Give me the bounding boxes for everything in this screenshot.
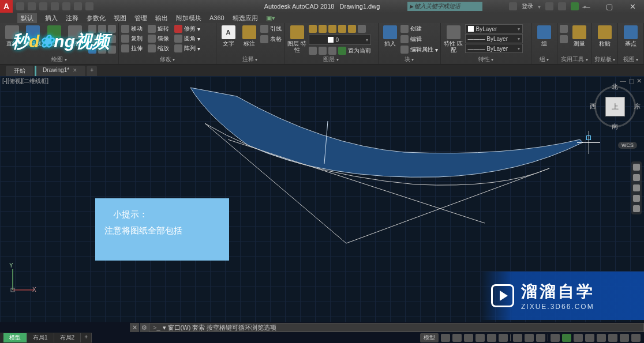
tab-addins[interactable]: 附加模块 — [176, 14, 201, 22]
nav-orbit-icon[interactable] — [633, 195, 640, 202]
text-button[interactable]: A文字 — [219, 24, 238, 54]
viewcube[interactable]: 上 北 南 东 西 — [592, 84, 638, 130]
panel-clipboard: 粘贴 剪贴板 — [592, 23, 618, 64]
compass-s[interactable]: 南 — [612, 122, 618, 131]
tab-manage[interactable]: 管理 — [134, 14, 147, 22]
status-model-toggle[interactable]: 模型 — [420, 333, 439, 342]
tab-featured[interactable]: 精选应用 — [233, 14, 258, 22]
close-button[interactable]: ✕ — [621, 0, 644, 13]
qat-saveas-icon[interactable] — [51, 2, 59, 10]
maximize-button[interactable]: ▢ — [598, 0, 621, 13]
tab-drawing1[interactable]: Drawing1*✕ — [35, 66, 85, 76]
insert-block-button[interactable]: 插入 — [381, 24, 399, 54]
compass-w[interactable]: 西 — [590, 102, 596, 111]
tab-start[interactable]: 开始 — [6, 66, 33, 76]
tab-a360[interactable]: A360 — [209, 14, 224, 21]
qat-save-icon[interactable] — [39, 2, 47, 10]
tab-output[interactable]: 输出 — [155, 14, 168, 22]
tab-insert[interactable]: 插入 — [45, 14, 58, 22]
qat-open-icon[interactable] — [28, 2, 36, 10]
leader-button[interactable]: 引线 — [260, 24, 282, 33]
status-hardware-icon[interactable] — [608, 334, 617, 342]
status-cycling-icon[interactable] — [536, 334, 545, 342]
panel-label-util[interactable]: 实用工具 — [557, 55, 591, 63]
group-button[interactable]: 组 — [534, 24, 555, 54]
panel-block: 插入 创建 编辑 编辑属性 ▾ 块 — [379, 23, 441, 64]
qat-redo-icon[interactable] — [85, 2, 93, 10]
cmd-close-icon[interactable]: ✕ — [130, 323, 139, 332]
linetype-combo[interactable]: ——— ByLayer — [465, 44, 523, 53]
panel-label-group[interactable]: 组 — [531, 55, 557, 63]
qat-new-icon[interactable] — [16, 2, 24, 10]
tab-view[interactable]: 视图 — [114, 14, 126, 22]
qat-undo-icon[interactable] — [74, 2, 82, 10]
panel-label-clip[interactable]: 剪贴板 — [592, 55, 617, 63]
panel-label-modify[interactable]: 修改 — [119, 55, 216, 63]
signin-icon[interactable] — [509, 2, 517, 10]
cmd-config-icon[interactable]: ⚙ — [140, 323, 149, 332]
dim-button[interactable]: 标注 — [239, 24, 259, 54]
panel-label-draw[interactable]: 绘图 — [0, 55, 118, 63]
tab-parametric[interactable]: 参数化 — [87, 14, 106, 22]
status-lwt-icon[interactable] — [513, 334, 522, 342]
circle-button[interactable]: 圆 — [44, 24, 64, 54]
compass-e[interactable]: 东 — [634, 102, 641, 111]
tab-launcher-icon[interactable]: ▣▾ — [266, 14, 275, 22]
close-tab-icon[interactable]: ✕ — [73, 67, 77, 73]
paste-button[interactable]: 粘贴 — [594, 24, 615, 54]
arc-button[interactable]: 圆弧 — [65, 24, 85, 54]
table-button[interactable]: 表格 — [260, 35, 282, 44]
layer-combo[interactable]: 0 — [309, 35, 371, 45]
status-transparency-icon[interactable] — [525, 334, 534, 342]
tab-default[interactable]: 默认 — [17, 13, 37, 23]
tab-model[interactable]: 模型 — [3, 333, 27, 342]
status-monitor-icon[interactable] — [585, 334, 594, 342]
wcs-label[interactable]: WCS — [618, 142, 637, 149]
status-workspace-icon[interactable] — [574, 334, 583, 342]
tab-layout2[interactable]: 布局2 — [54, 333, 81, 342]
matchprop-button[interactable]: 特性 匹配 — [443, 24, 464, 54]
viewcube-face[interactable]: 上 — [605, 97, 625, 116]
measure-button[interactable]: 测量 — [569, 24, 589, 54]
add-layout-button[interactable]: + — [81, 333, 92, 342]
polyline-button[interactable]: 多段线 — [23, 24, 43, 54]
nav-zoom-icon[interactable] — [633, 184, 640, 191]
app-logo[interactable]: A — [0, 0, 13, 13]
nav-wheel-icon[interactable] — [633, 164, 640, 171]
line-button[interactable]: 直线 — [2, 24, 22, 54]
panel-label-view[interactable]: 视图 — [618, 55, 643, 63]
minimize-button[interactable]: — — [575, 0, 598, 13]
exchange-icon[interactable] — [545, 2, 553, 10]
command-line[interactable]: >_ ▾ 窗口(W) 套索 按空格键可循环浏览选项 — [149, 323, 644, 332]
qat-plot-icon[interactable] — [62, 2, 70, 10]
nav-pan-icon[interactable] — [633, 174, 640, 181]
login-label[interactable]: 登录 — [522, 2, 533, 10]
status-annoscale-icon[interactable] — [551, 334, 560, 342]
status-polar-icon[interactable] — [475, 334, 485, 342]
status-snap-icon[interactable] — [452, 334, 462, 342]
status-grid-icon[interactable] — [441, 334, 450, 342]
status-otrack-icon[interactable] — [499, 334, 508, 342]
new-tab-button[interactable]: + — [87, 66, 97, 76]
basepoint-button[interactable]: 基点 — [620, 24, 641, 54]
stayconnected-icon[interactable] — [558, 2, 566, 10]
status-cleanscreen-icon[interactable] — [620, 334, 629, 342]
lineweight-combo[interactable]: ——— ByLayer — [465, 34, 523, 43]
nav-showmotion-icon[interactable] — [633, 205, 640, 212]
help-search[interactable]: 键入关键字或短语 — [407, 2, 482, 11]
status-isolate-icon[interactable] — [597, 334, 606, 342]
tab-annotate[interactable]: 注释 — [66, 14, 78, 22]
layer-props-button[interactable]: 图层 特性 — [287, 24, 308, 54]
tab-layout1[interactable]: 布局1 — [27, 333, 54, 342]
panel-label-props[interactable]: 特性 — [441, 55, 531, 63]
status-annotation-icon[interactable] — [562, 334, 571, 342]
panel-label-annot[interactable]: 注释 — [216, 55, 284, 63]
panel-label-layers[interactable]: 图层 — [284, 55, 378, 63]
status-custom-icon[interactable] — [631, 334, 641, 342]
panel-utils: 测量 实用工具 — [557, 23, 592, 64]
status-osnap-icon[interactable] — [487, 334, 496, 342]
color-combo[interactable]: ByLayer — [465, 24, 523, 33]
panel-label-block[interactable]: 块 — [379, 55, 440, 63]
compass-n[interactable]: 北 — [612, 82, 618, 91]
status-ortho-icon[interactable] — [464, 334, 473, 342]
